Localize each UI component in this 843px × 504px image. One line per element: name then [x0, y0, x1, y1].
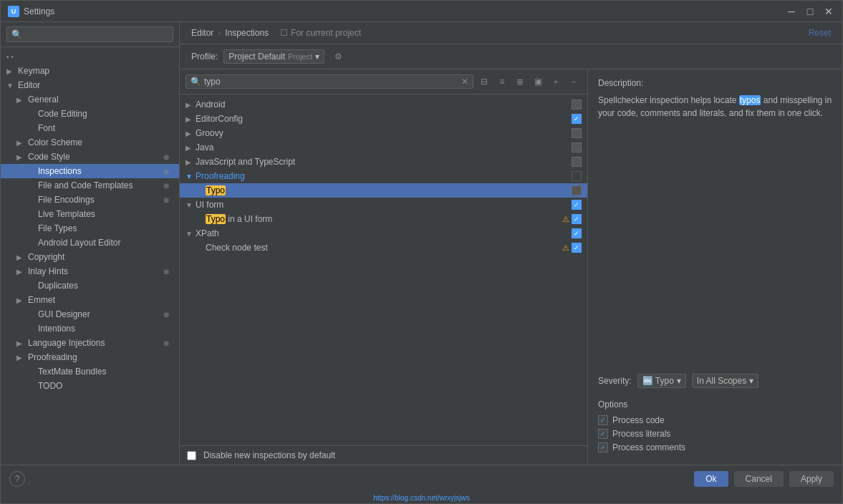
filter-btn[interactable]: ⊟ [476, 74, 492, 89]
expand-all-btn[interactable]: ≡ [494, 74, 510, 89]
process-comments-checkbox[interactable]: ✓ [598, 442, 608, 452]
search-box: 🔍 ✕ [186, 74, 473, 89]
clear-search-icon[interactable]: ✕ [461, 77, 468, 87]
sidebar-item-gui-designer[interactable]: GUI Designer ⊕ [1, 307, 179, 321]
sidebar-item-inspections[interactable]: Inspections ⊕ [1, 164, 179, 178]
tree-item-proofreading[interactable]: ▼ Proofreading [180, 169, 587, 183]
sidebar-item-general[interactable]: ▶ General [1, 92, 179, 107]
sidebar-item-live-templates[interactable]: Live Templates [1, 207, 179, 221]
copyright-label: Copyright [28, 252, 64, 262]
option-row-process-code: ✓ Process code [598, 415, 832, 425]
textmate-bundles-label: TextMate Bundles [38, 367, 106, 377]
sidebar-item-code-style[interactable]: ▶ Code Style ⊕ [1, 150, 179, 164]
watermark: https://blog.csdn.net/wrxyjsjws [1, 493, 842, 503]
close-btn[interactable]: ✕ [822, 5, 835, 18]
js-ts-label: JavaScript and TypeScript [196, 157, 572, 167]
check-node-checkbox[interactable]: ✓ [572, 243, 582, 253]
sidebar-item-file-encodings[interactable]: File Encodings ⊕ [1, 193, 179, 207]
add-btn[interactable]: ＋ [548, 74, 564, 89]
todo-label: TODO [38, 381, 62, 391]
sidebar-item-textmate-bundles[interactable]: TextMate Bundles [1, 364, 179, 379]
sidebar-item-inlay-hints[interactable]: ▶ Inlay Hints ⊕ [1, 264, 179, 278]
maximize-btn[interactable]: □ [804, 5, 816, 18]
android-checkbox[interactable] [572, 100, 582, 110]
sidebar-item-duplicates[interactable]: Duplicates [1, 278, 179, 293]
panel-toolbar: Profile: Project Default Project ▾ ⚙ [180, 44, 842, 69]
breadcrumb-current: Inspections [225, 28, 269, 38]
keymap-expand-icon: ▶ [6, 67, 15, 75]
scope-label: In All Scopes [697, 376, 746, 386]
disable-inspections-checkbox[interactable] [187, 451, 196, 460]
typo-checkbox[interactable] [572, 185, 582, 195]
sidebar-item-emmet[interactable]: ▶ Emmet [1, 293, 179, 307]
android-label: Android [196, 100, 572, 110]
sidebar-item-color-scheme[interactable]: ▶ Color Scheme [1, 135, 179, 150]
proofreading-expand-icon: ▼ [186, 173, 196, 180]
tree-item-java[interactable]: ▶ Java [180, 140, 587, 155]
search-input[interactable] [204, 77, 458, 87]
language-injections-icon: ⊕ [163, 339, 173, 347]
options-title: Options [598, 399, 832, 410]
tree-item-js-ts[interactable]: ▶ JavaScript and TypeScript [180, 155, 587, 169]
process-comments-label: Process comments [612, 442, 685, 452]
apply-button[interactable]: Apply [789, 471, 834, 487]
process-literals-checkbox[interactable]: ✓ [598, 429, 608, 439]
scope-select[interactable]: In All Scopes ▾ [692, 374, 758, 388]
tree-item-check-node-test[interactable]: Check node test ⚠ ✓ [180, 241, 587, 255]
file-code-templates-label: File and Code Templates [38, 180, 133, 190]
java-checkbox[interactable] [572, 142, 582, 152]
ui-form-checkbox[interactable]: ✓ [572, 200, 582, 210]
ok-button[interactable]: Ok [694, 471, 728, 487]
proofreading-checkbox[interactable] [572, 171, 582, 181]
tree-item-typo-ui-form[interactable]: Typo in a UI form ⚠ ✓ [180, 212, 587, 226]
minimize-btn[interactable]: ─ [785, 5, 798, 18]
reset-button[interactable]: Reset [809, 28, 831, 38]
sidebar-item-keymap[interactable]: ▶ Keymap [1, 64, 179, 78]
sidebar-item-intentions[interactable]: Intentions [1, 321, 179, 336]
java-label: Java [196, 142, 572, 152]
sidebar-item-file-types[interactable]: File Types [1, 221, 179, 236]
settings-window: U Settings ─ □ ✕ • • ▶ Keymap ▼ [0, 0, 843, 504]
severity-typo-label: 🔤 Typo [642, 376, 674, 386]
sidebar-search-container [1, 22, 179, 47]
color-scheme-label: Color Scheme [28, 137, 82, 147]
typo-label: Typo [206, 185, 572, 195]
group-btn[interactable]: ▣ [530, 74, 546, 89]
general-label: General [28, 94, 59, 105]
sidebar-item-editor[interactable]: ▼ Editor [1, 78, 179, 92]
sidebar-item-code-editing[interactable]: Code Editing [1, 107, 179, 121]
file-encodings-label: File Encodings [38, 195, 95, 205]
typo-ui-checkbox[interactable]: ✓ [572, 214, 582, 224]
xpath-checkbox[interactable]: ✓ [572, 228, 582, 238]
sidebar-item-copyright[interactable]: ▶ Copyright [1, 250, 179, 264]
groovy-checkbox[interactable] [572, 128, 582, 138]
tree-item-groovy[interactable]: ▶ Groovy [180, 126, 587, 140]
process-code-checkbox[interactable]: ✓ [598, 415, 608, 425]
sidebar-item-proofreading[interactable]: ▶ Proofreading [1, 350, 179, 364]
duplicates-label: Duplicates [38, 281, 78, 291]
sidebar-item-language-injections[interactable]: ▶ Language Injections ⊕ [1, 336, 179, 350]
check-node-warn-icon: ⚠ [562, 243, 569, 253]
tree-item-android[interactable]: ▶ Android [180, 97, 587, 112]
sidebar-item-todo[interactable]: TODO [1, 379, 179, 393]
tree-item-editorconfig[interactable]: ▶ EditorConfig ✓ [180, 112, 587, 126]
tree-item-typo[interactable]: Typo [180, 183, 587, 198]
inlay-hints-expand-icon: ▶ [16, 268, 25, 276]
gear-button[interactable]: ⚙ [330, 49, 346, 64]
collapse-all-btn[interactable]: ≣ [512, 74, 528, 89]
editorconfig-checkbox[interactable]: ✓ [572, 114, 582, 124]
color-scheme-expand-icon: ▶ [16, 139, 25, 147]
cancel-button[interactable]: Cancel [734, 471, 784, 487]
sidebar-item-file-code-templates[interactable]: File and Code Templates ⊕ [1, 178, 179, 193]
severity-select[interactable]: 🔤 Typo ▾ [637, 374, 686, 388]
tree-item-xpath[interactable]: ▼ XPath ✓ [180, 226, 587, 241]
js-ts-checkbox[interactable] [572, 157, 582, 167]
sidebar-item-font[interactable]: Font [1, 121, 179, 135]
checkbox-icon: ☐ [280, 28, 288, 38]
tree-item-ui-form[interactable]: ▼ UI form ✓ [180, 198, 587, 212]
sidebar-search-input[interactable] [6, 26, 173, 42]
profile-select[interactable]: Project Default Project ▾ [223, 49, 324, 64]
remove-btn[interactable]: － [566, 74, 582, 89]
sidebar-item-android-layout-editor[interactable]: Android Layout Editor [1, 236, 179, 250]
help-button[interactable]: ? [9, 471, 25, 487]
